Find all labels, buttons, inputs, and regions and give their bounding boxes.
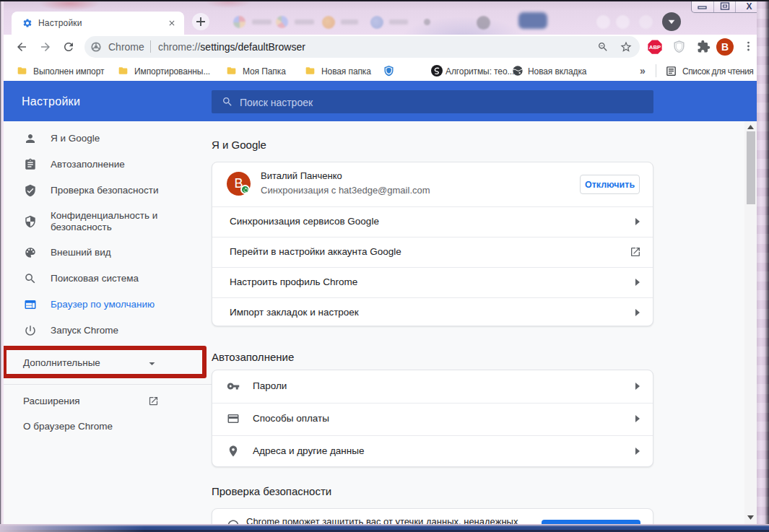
svg-text:ABP: ABP xyxy=(649,44,661,51)
svg-text:X: X xyxy=(746,1,752,12)
